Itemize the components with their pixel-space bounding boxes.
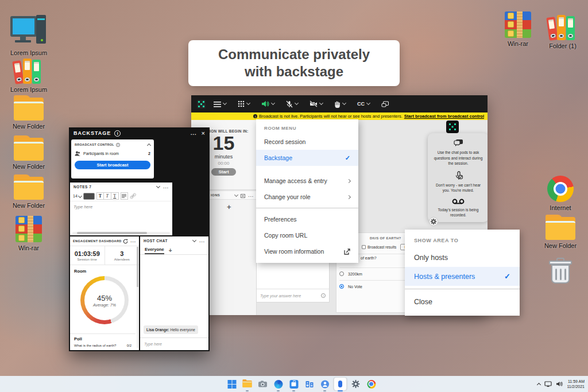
camera-button[interactable] xyxy=(310,100,323,107)
desktop-icon-new-folder-2[interactable]: New Folder xyxy=(8,138,49,170)
desktop-icon-label: Lorem Ipsum xyxy=(10,86,47,93)
bold-button[interactable]: T xyxy=(96,192,104,200)
chevron-down-icon[interactable] xyxy=(156,184,160,188)
plus-icon[interactable]: + xyxy=(227,203,231,211)
taskbar-clock[interactable]: 11:59 AM 11/2/2021 xyxy=(567,379,585,389)
menu-item-close[interactable]: Close xyxy=(405,292,520,311)
send-icon[interactable]: i xyxy=(321,293,326,298)
chevron-down-icon xyxy=(319,101,323,105)
speakers-icon xyxy=(305,381,314,388)
volume-icon[interactable] xyxy=(556,381,563,387)
link-button[interactable] xyxy=(130,191,136,201)
notes-scrollbar[interactable] xyxy=(72,232,170,234)
network-icon[interactable] xyxy=(544,381,552,387)
menu-button[interactable] xyxy=(214,101,226,107)
radio-selected-icon[interactable] xyxy=(339,284,344,289)
desktop-icon-winrar[interactable]: Win-rar xyxy=(8,216,49,251)
settings-button[interactable] xyxy=(350,378,362,390)
microphone-button[interactable] xyxy=(286,100,298,108)
speaker-icon xyxy=(261,100,269,107)
media-button[interactable] xyxy=(303,378,316,390)
countdown-start-button[interactable]: Start xyxy=(211,168,235,176)
more-icon[interactable]: ... xyxy=(248,193,254,198)
desktop-icon-lorem-ipsum-computer[interactable]: Lorem Ipsum xyxy=(8,15,49,56)
menu-item-change-role[interactable]: Change your role xyxy=(256,189,358,205)
start-button[interactable] xyxy=(226,378,238,390)
clock-date: 11/2/2021 xyxy=(567,384,585,389)
add-tab-icon[interactable]: + xyxy=(169,247,172,254)
attendees-value: 3 xyxy=(105,250,140,257)
people-button[interactable] xyxy=(319,378,331,390)
info-icon[interactable]: i xyxy=(116,143,120,147)
chevron-down-icon xyxy=(295,101,299,105)
connect-app-button[interactable] xyxy=(334,378,347,390)
broadcast-results-checkbox[interactable] xyxy=(362,245,366,249)
menu-item-view-room-info[interactable]: View room information xyxy=(256,243,358,259)
app-logo-button[interactable] xyxy=(197,100,206,108)
pods-share-button[interactable] xyxy=(381,101,389,107)
desktop-icon-new-folder-right[interactable]: New Folder xyxy=(540,217,581,249)
menu-item-backstage[interactable]: Backstage✓ xyxy=(256,150,358,166)
more-icon[interactable]: ... xyxy=(163,185,169,189)
chat-input[interactable]: Type here xyxy=(140,337,208,350)
start-broadcast-link[interactable]: Start broadcast from broadcast control xyxy=(404,114,484,119)
answer-input[interactable]: Type your answer here i xyxy=(257,289,329,302)
desktop-icon-lorem-ipsum-binders[interactable]: Lorem Ipsum xyxy=(8,57,49,93)
room-menu: ROOM MENU Record session Backstage✓ Mana… xyxy=(256,119,358,263)
tray-expand-icon[interactable] xyxy=(537,383,541,387)
engagement-gauge: 45% Average: 7% xyxy=(80,276,129,324)
chevron-right-icon xyxy=(347,195,351,199)
notes-pod: NOTES 7 ... 14 TTT Type here xyxy=(70,183,172,235)
winrar-icon xyxy=(16,216,42,242)
more-icon[interactable]: ... xyxy=(191,131,197,136)
italic-button[interactable]: T xyxy=(104,192,111,200)
text-color-swatch[interactable] xyxy=(83,193,95,200)
poll-option-2[interactable]: No Vote xyxy=(339,284,362,289)
font-size-select[interactable]: 14 xyxy=(73,194,82,198)
settings-button[interactable] xyxy=(429,217,438,226)
chevron-down-icon[interactable] xyxy=(234,193,238,197)
more-icon[interactable]: ... xyxy=(130,239,136,243)
info-icon[interactable]: i xyxy=(114,130,121,137)
menu-item-only-hosts[interactable]: Only hosts xyxy=(405,248,520,267)
poll-option-1[interactable]: 3200km xyxy=(339,271,362,276)
desktop-icon-label: Lorem Ipsum xyxy=(10,49,47,56)
chevron-up-icon[interactable] xyxy=(147,143,151,148)
chat-tabs: Everyone + xyxy=(140,245,208,255)
speaker-button[interactable] xyxy=(261,100,274,107)
desktop-icon-internet[interactable]: Internet xyxy=(540,176,581,211)
desktop-icon-trash[interactable] xyxy=(540,257,581,285)
menu-item-copy-room-url[interactable]: Copy room URL xyxy=(256,227,358,243)
expand-icon[interactable] xyxy=(241,194,245,198)
list-button[interactable] xyxy=(121,192,128,200)
meeting-toolbar: CC xyxy=(191,95,488,112)
chevron-down-icon[interactable] xyxy=(192,238,196,242)
more-icon[interactable]: ... xyxy=(199,239,205,243)
underline-button[interactable]: T xyxy=(111,192,119,200)
refresh-icon[interactable] xyxy=(123,239,128,244)
tab-everyone[interactable]: Everyone xyxy=(145,247,164,254)
camera-button[interactable] xyxy=(257,378,269,390)
raise-hand-button[interactable] xyxy=(334,100,346,108)
desktop-icon-winrar-2[interactable]: Win-rar xyxy=(497,11,539,47)
close-icon[interactable]: × xyxy=(202,130,205,137)
desktop-icon-new-folder-1[interactable]: New Folder xyxy=(8,98,49,130)
menu-item-manage-access[interactable]: Manage access & entry xyxy=(256,173,358,189)
menu-item-record-session[interactable]: Record session xyxy=(256,134,358,150)
menu-item-hosts-presenters[interactable]: Hosts & presenters✓ xyxy=(405,267,520,286)
start-broadcast-button[interactable]: Start broadcast xyxy=(75,161,150,169)
file-explorer-button[interactable] xyxy=(241,378,254,390)
desktop-icon-new-folder-3[interactable]: New Folder xyxy=(8,177,49,209)
layout-button[interactable] xyxy=(238,100,250,107)
desktop-icon-folder-1[interactable]: Folder (1) xyxy=(542,14,583,49)
host-chat-header: HOST CHAT ... xyxy=(140,236,208,245)
chrome-button[interactable] xyxy=(365,378,378,390)
menu-item-preferences[interactable]: Preferences xyxy=(256,211,358,227)
radio-icon[interactable] xyxy=(339,271,344,276)
broadcast-control-header: BROADCAST CONTROL i xyxy=(75,142,150,147)
dashboard-scrollbar[interactable] xyxy=(137,247,138,348)
notes-body[interactable]: Type here xyxy=(70,201,172,212)
edge-button[interactable] xyxy=(272,378,285,390)
store-button[interactable] xyxy=(288,378,300,390)
closed-captions-button[interactable]: CC xyxy=(357,101,370,107)
